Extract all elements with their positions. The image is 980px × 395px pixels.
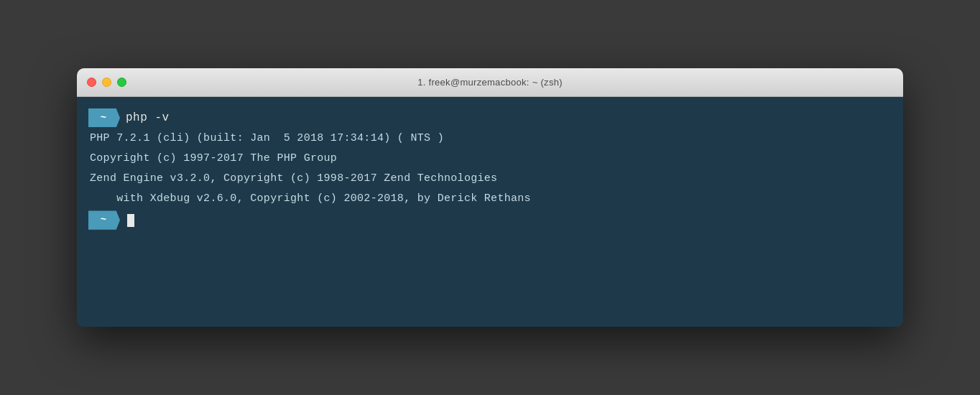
command-line: ~ php -v [88,108,892,127]
titlebar: 1. freek@murzemacbook: ~ (zsh) [77,68,903,97]
command-text: php -v [126,111,170,124]
window-title: 1. freek@murzemacbook: ~ (zsh) [417,77,563,88]
cursor-prompt-badge: ~ [88,210,120,229]
output-text-3: Zend Engine v3.2.0, Copyright (c) 1998-2… [88,170,892,187]
output-text-4: with Xdebug v2.6.0, Copyright (c) 2002-2… [88,190,892,208]
prompt-badge: ~ [88,108,120,127]
terminal-body[interactable]: ~ php -v PHP 7.2.1 (cli) (built: Jan 5 2… [77,97,903,327]
terminal-window: 1. freek@murzemacbook: ~ (zsh) ~ php -v … [77,68,903,327]
output-line-2: Copyright (c) 1997-2017 The PHP Group [88,150,892,167]
maximize-button[interactable] [117,78,126,87]
output-text-1: PHP 7.2.1 (cli) (built: Jan 5 2018 17:34… [88,130,892,147]
output-line-1: PHP 7.2.1 (cli) (built: Jan 5 2018 17:34… [88,130,892,147]
output-text-2: Copyright (c) 1997-2017 The PHP Group [88,150,892,167]
output-line-3: Zend Engine v3.2.0, Copyright (c) 1998-2… [88,170,892,187]
traffic-lights [87,78,126,87]
minimize-button[interactable] [102,78,111,87]
output-line-4: with Xdebug v2.6.0, Copyright (c) 2002-2… [88,190,892,208]
new-prompt-line: ~ [88,210,892,229]
close-button[interactable] [87,78,96,87]
cursor [127,214,134,227]
